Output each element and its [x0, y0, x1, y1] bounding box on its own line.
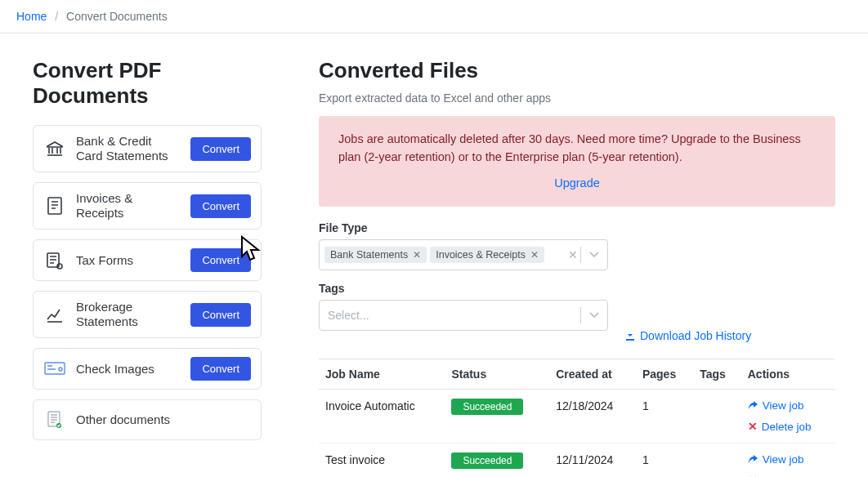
other-doc-icon: [43, 408, 66, 431]
subtitle: Export extracted data to Excel and other…: [319, 91, 835, 105]
doc-card-invoices: Invoices & Receipts Convert: [33, 182, 262, 230]
check-icon: [43, 358, 66, 381]
status-badge: Succeeded: [451, 452, 523, 469]
cell-created: 12/11/2024: [549, 444, 636, 477]
convert-button-invoices[interactable]: Convert: [190, 194, 251, 218]
th-pages: Pages: [636, 359, 693, 390]
doc-label: Invoices & Receipts: [76, 191, 181, 221]
cell-name: Test invoice: [319, 444, 445, 477]
breadcrumb-current: Convert Documents: [66, 10, 168, 23]
remove-chip-icon[interactable]: ✕: [413, 249, 421, 261]
right-heading: Converted Files: [319, 58, 835, 83]
delete-job-link[interactable]: ✕ Delete job: [748, 420, 829, 433]
file-type-select[interactable]: Bank Statements✕ Invoices & Receipts✕ ✕: [319, 239, 608, 270]
doc-card-bank: Bank & Credit Card Statements Convert: [33, 125, 262, 172]
doc-label: Bank & Credit Card Statements: [76, 134, 181, 163]
doc-label: Check Images: [76, 362, 181, 377]
doc-label: Tax Forms: [76, 253, 181, 268]
delete-job-link[interactable]: ✕ Delete job: [748, 474, 829, 477]
cell-created: 12/18/2024: [549, 390, 636, 444]
alert-text: Jobs are automatically deleted after 30 …: [338, 132, 801, 163]
bank-icon: [43, 137, 66, 160]
left-heading: Convert PDF Documents: [33, 58, 262, 109]
svg-rect-0: [48, 198, 61, 214]
clear-icon[interactable]: ✕: [568, 248, 578, 261]
doc-card-brokerage: Brokerage Statements Convert: [33, 291, 262, 338]
file-type-label: File Type: [319, 221, 835, 234]
file-type-chip: Invoices & Receipts✕: [430, 247, 544, 263]
doc-label: Other documents: [76, 412, 251, 427]
download-history-link[interactable]: Download Job History: [624, 329, 751, 342]
tags-select[interactable]: Select...: [319, 300, 608, 331]
convert-button-brokerage[interactable]: Convert: [190, 303, 251, 327]
view-job-link[interactable]: View job: [748, 399, 829, 412]
share-icon: [748, 454, 758, 465]
doc-card-tax: Tax Forms Convert: [33, 239, 262, 281]
th-created: Created at: [549, 359, 636, 390]
doc-card-checks: Check Images Convert: [33, 348, 262, 390]
table-row: Invoice Automatic Succeeded 12/18/2024 1…: [319, 390, 835, 444]
remove-chip-icon[interactable]: ✕: [530, 249, 539, 261]
cell-tags: [693, 390, 741, 444]
upgrade-link[interactable]: Upgrade: [554, 176, 600, 189]
cell-pages: 1: [636, 390, 693, 444]
file-type-chip: Bank Statements✕: [324, 247, 427, 263]
jobs-table: Job Name Status Created at Pages Tags Ac…: [319, 359, 835, 477]
th-status: Status: [445, 359, 549, 390]
th-job-name: Job Name: [319, 359, 445, 390]
convert-button-checks[interactable]: Convert: [190, 357, 251, 381]
tax-icon: [43, 249, 66, 272]
view-job-link[interactable]: View job: [748, 453, 829, 466]
status-badge: Succeeded: [451, 399, 523, 415]
tags-label: Tags: [319, 282, 608, 295]
breadcrumb-home[interactable]: Home: [16, 10, 47, 23]
convert-button-bank[interactable]: Convert: [190, 137, 251, 161]
chevron-down-icon[interactable]: [580, 307, 599, 323]
breadcrumb: Home / Convert Documents: [0, 0, 868, 33]
th-tags: Tags: [693, 359, 741, 390]
tags-placeholder: Select...: [324, 309, 369, 322]
chevron-down-icon[interactable]: [580, 247, 599, 263]
download-icon: [624, 330, 636, 341]
share-icon: [748, 400, 758, 411]
doc-label: Brokerage Statements: [76, 300, 181, 329]
cell-name: Invoice Automatic: [319, 390, 445, 444]
doc-card-other: Other documents: [33, 399, 262, 440]
convert-button-tax[interactable]: Convert: [190, 248, 251, 272]
retention-alert: Jobs are automatically deleted after 30 …: [319, 116, 835, 207]
invoice-icon: [43, 194, 66, 217]
delete-icon: ✕: [748, 474, 758, 477]
table-row: Test invoice Succeeded 12/11/2024 1 View…: [319, 444, 835, 477]
cell-pages: 1: [636, 444, 693, 477]
svg-point-4: [59, 368, 62, 371]
cell-tags: [693, 444, 741, 477]
svg-point-2: [57, 264, 62, 269]
brokerage-icon: [43, 303, 66, 326]
delete-icon: ✕: [748, 420, 758, 433]
th-actions: Actions: [741, 359, 835, 390]
